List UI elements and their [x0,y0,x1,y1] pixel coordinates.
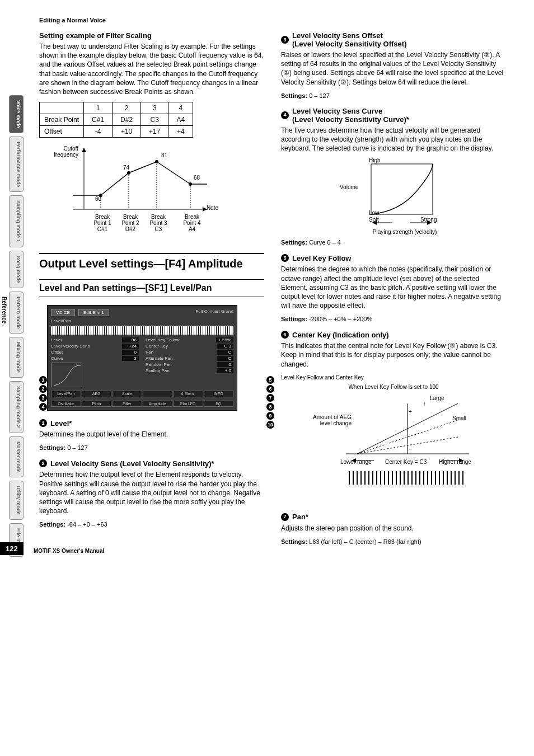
side-tab-performance[interactable]: Performance mode [9,137,24,192]
num-icon: 6 [281,331,289,339]
keyboard-wide [346,471,463,485]
chip-voice: VOICE [51,309,75,316]
param-row: Random Pan0 [146,361,233,368]
bp4-label: Break Point 4A4 [178,214,206,232]
param-6-head: 6 Center Key (Indication only) [281,330,506,339]
filter-scaling-title: Setting example of Filter Scaling [39,31,264,40]
num-icon: 2 [39,459,47,467]
svg-rect-10 [371,164,433,214]
lkf-plus: + [409,408,412,415]
param-3-head: 3 Level Velocity Sens Offset(Level Veloc… [281,31,506,48]
callout-10: 10 [266,421,274,429]
param-row: PanC [146,349,233,355]
breakpoint-table: 1 2 3 4 Break Point C#1 D#2 C3 A4 Offset… [39,102,193,138]
y-axis-label: Cutoff frequency [39,145,78,158]
y-high-label: High [369,157,381,163]
param-row: Scaling Pan+ 0 [146,368,233,374]
lkf-diagram: When Level Key Follow is set to 100 ↑ Am… [307,384,480,496]
bp2-label: Break Point 2D#2 [116,214,144,232]
svg-text:↑: ↑ [423,401,426,407]
side-tab-pattern[interactable]: Pattern mode [9,292,24,334]
side-tab-sampling2[interactable]: Sampling mode 2 [9,381,24,433]
param-5-body: Determines the degree to which the notes… [281,265,506,310]
left-column: Setting example of Filter Scaling The be… [39,31,264,545]
x-axis-label: Playing strength (velocity) [360,229,449,235]
param-6-body: This indicates that the central note for… [281,341,506,369]
param-7-head: 7 Pan* [281,513,506,522]
param-row: Curve3 [51,355,139,361]
graph-val-3: 81 [161,152,167,158]
y-axis-label: Volume [340,184,358,190]
side-tab-utility[interactable]: Utility mode [9,481,24,520]
lkf-minus: – [409,445,412,452]
side-tab-voice[interactable]: Voice mode [9,95,24,133]
keyboard-strip [51,326,233,335]
bp3-label: Break Point 3C3 [144,214,172,232]
callout-7: 7 [266,394,274,402]
page-number: 122 [0,542,24,555]
x-left-label: Soft [369,217,379,223]
f-tab: EQ [204,401,234,407]
num-icon: 4 [281,111,289,119]
x-axis-label: Note [207,205,218,211]
lkf-lower: Lower range [340,459,372,465]
h2-level-pan: Level and Pan settings—[SF1] Level/Pan [39,279,264,297]
param-row: Level Velocity Sens+24 [51,343,139,349]
table-row: Offset -4 +10 +17 +4 [40,126,193,138]
param-5-settings: Settings: -200% – +0% – +200% [281,316,506,322]
table-header-row: 1 2 3 4 [40,102,193,114]
side-tab-master[interactable]: Master mode [9,436,24,478]
graph-val-1: 60 [95,196,101,202]
f-tab: Filter [112,401,142,407]
param-row: Level86 [51,337,139,343]
side-tab-sampling1[interactable]: Sampling mode 1 [9,195,24,247]
table-row: Break Point C#1 D#2 C3 A4 [40,114,193,126]
num-icon: 7 [281,513,289,521]
filter-scaling-body: The best way to understand Filter Scalin… [39,42,264,96]
preset-name: Full Concert Grand [195,309,233,316]
section-label: Level/Pan [51,318,233,323]
chip-edit: Edit-Elm 1 [78,309,109,316]
section-header: Editing a Normal Voice [39,17,506,24]
cutoff-graph: Cutoff frequency Note 60 74 81 68 Break … [39,142,218,243]
sf-tab: 4 Elm ▸ [173,391,203,397]
lkf-large: Large [430,395,444,401]
sf-tab: Scale [112,391,142,397]
callout-1: 1 [39,376,47,384]
velocity-curve-graph: High Volume Low Soft Strong Playing stre… [332,158,455,237]
callout-4: 4 [39,403,47,411]
lkf-left-label: Amount of AEG level change [307,414,352,426]
param-4-body: The five curves determine how the actual… [281,126,506,153]
x-right-label: Strong [420,217,437,223]
f-tab: Pitch [82,401,112,407]
side-tab-mixing[interactable]: Mixing mode [9,337,24,378]
f-tab: Amplitude [143,401,173,407]
param-4-head: 4 Level Velocity Sens Curve(Level Veloci… [281,107,506,124]
param-row: Level Key Follow+ 59% [146,337,233,343]
param-1-body: Determines the output level of the Eleme… [39,430,264,439]
graph-val-2: 74 [123,165,129,171]
callout-3: 3 [39,394,47,402]
side-nav: Voice mode Performance mode Sampling mod… [9,95,24,557]
f-tab: Elm LFO [173,401,203,407]
device-screenshot: VOICE Edit-Elm 1 Full Concert Grand Leve… [47,305,237,411]
curve-preview [51,363,82,387]
param-row: Center KeyC 3 [146,343,233,349]
lkf-caption: When Level Key Follow is set to 100 [307,384,480,390]
sf-tab [143,391,173,397]
graph-val-4: 68 [194,175,200,181]
sf-tab: INFO [204,391,234,397]
param-2-settings: Settings: -64 – +0 – +63 [39,521,264,528]
side-section-label: Reference [1,297,7,323]
param-3-settings: Settings: 0 – 127 [281,92,506,99]
lkf-higher: Higher range [439,459,471,465]
callout-5: 5 [266,376,274,384]
right-column: 3 Level Velocity Sens Offset(Level Veloc… [281,31,506,545]
callout-6: 6 [266,385,274,393]
bp1-label: Break Point 1C#1 [88,214,116,232]
lkf-small: Small [452,415,466,421]
callout-8: 8 [266,403,274,411]
manual-title: MOTIF XS Owner's Manual [34,548,104,554]
side-tab-song[interactable]: Song mode [9,251,24,288]
param-7-settings: Settings: L63 (far left) – C (center) – … [281,538,506,545]
